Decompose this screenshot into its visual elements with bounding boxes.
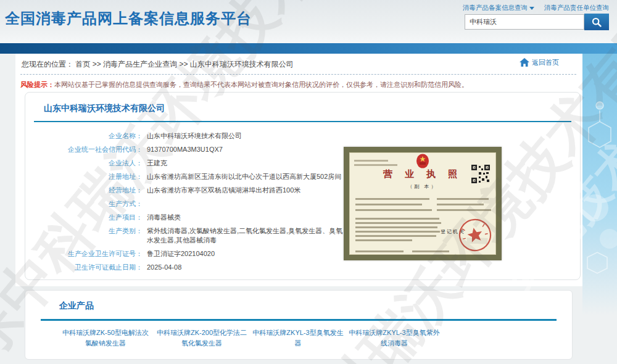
license-footer-lines <box>355 250 449 252</box>
national-emblem-icon <box>416 154 429 168</box>
qr-code-icon <box>471 165 490 183</box>
section-divider <box>41 319 557 321</box>
company-field-row: 生产方式： <box>36 199 381 209</box>
risk-notice-label: 风险提示： <box>20 81 54 88</box>
back-home-label: 返回首页 <box>532 58 559 67</box>
field-value: 王建克 <box>143 159 167 168</box>
breadcrumb-separator: >> <box>179 60 188 68</box>
product-link[interactable]: 中科瑞沃牌ZKYL-3型臭氧发生器 <box>252 328 344 349</box>
field-label: 企业统一社会信用代码： <box>36 145 143 154</box>
products-list: 中科瑞沃牌ZK-50型电解法次氯酸钠发生器中科瑞沃牌ZK-200型化学法二氧化氯… <box>59 328 441 349</box>
company-field-row: 注册地址：山东省潍坊高新区玉清东街以北中心次干道以西高新大厦502房间 <box>36 172 381 181</box>
risk-notice: 风险提示：本网站仅基于已掌握的信息提供查询服务，查询结果不代表本网站对被查询对象… <box>20 80 468 89</box>
breadcrumb-current: 山东中科瑞沃环境技术有限公司 <box>190 60 294 68</box>
red-seal-icon <box>455 215 495 255</box>
decorative-molecule-strip <box>582 54 617 315</box>
search-button[interactable] <box>584 14 609 30</box>
field-label: 注册地址： <box>36 172 143 181</box>
header-divider-bar <box>0 43 617 54</box>
business-license-image: 营 业 执 照 （副 本） <box>344 147 502 260</box>
nav-link-label: 消毒产品责任单位查询 <box>544 4 609 12</box>
chevron-down-icon <box>529 7 534 10</box>
company-field-row: 生产企业卫生许可证号：鲁卫消证字202104020 <box>36 249 381 259</box>
field-label: 生产类别： <box>36 226 143 245</box>
field-value: 山东中科瑞沃环境技术有限公司 <box>143 131 242 141</box>
license-scope-lines <box>355 218 442 244</box>
search-icon <box>591 17 602 28</box>
company-fields: 企业名称：山东中科瑞沃环境技术有限公司企业统一社会信用代码：91370700MA… <box>36 131 381 276</box>
breadcrumb-link-home[interactable]: 首页 <box>75 60 90 68</box>
back-home-button[interactable]: 返回首页 <box>520 58 559 67</box>
company-field-row: 生产类别：紫外线消毒器,次氯酸钠发生器,二氧化氯发生器,臭氧发生器、臭氧水发生器… <box>36 226 381 245</box>
dashed-divider <box>20 74 576 75</box>
product-link[interactable]: 中科瑞沃牌ZKYL-3型臭氧紫外线消毒器 <box>348 328 441 349</box>
company-name-title: 山东中科瑞沃环境技术有限公司 <box>44 103 165 114</box>
product-link[interactable]: 中科瑞沃牌ZK-50型电解法次氯酸钠发生器 <box>59 328 152 349</box>
field-value: 2025-04-08 <box>143 263 181 272</box>
page: 全国消毒产品网上备案信息服务平台 消毒产品备案信息查询 消毒产品责任单位查询 <box>0 0 617 364</box>
field-label: 卫生许可证截止日期： <box>36 263 143 272</box>
field-value: 鲁卫消证字202104020 <box>143 249 215 259</box>
top-nav: 消毒产品备案信息查询 消毒产品责任单位查询 <box>463 4 609 12</box>
search-input[interactable] <box>465 14 584 30</box>
company-field-row: 生产项目：消毒器械类 <box>36 213 381 222</box>
license-header-lines <box>354 160 397 168</box>
breadcrumb-separator: >> <box>93 60 101 68</box>
content-wrapper: 您现在的位置： 首页 >> 消毒产品生产企业查询 >> 山东中科瑞沃环境技术有限… <box>15 54 582 286</box>
search-bar <box>465 14 609 30</box>
company-field-row: 卫生许可证截止日期：2025-04-08 <box>36 263 381 272</box>
section-divider <box>34 121 571 122</box>
product-link[interactable]: 中科瑞沃牌ZK-200型化学法二氧化氯发生器 <box>155 328 248 349</box>
field-label: 生产项目： <box>36 213 143 222</box>
field-value: 91370700MA3M3U1QX7 <box>143 145 223 154</box>
field-label: 经营地址： <box>36 186 143 195</box>
breadcrumb-link-enterprise-query[interactable]: 消毒产品生产企业查询 <box>103 60 177 68</box>
products-card: 企业产品 中科瑞沃牌ZK-50型电解法次氯酸钠发生器中科瑞沃牌ZK-200型化学… <box>25 290 573 360</box>
field-value: 山东省潍坊高新区玉清东街以北中心次干道以西高新大厦502房间 <box>143 172 341 181</box>
risk-notice-text: 本网站仅基于已掌握的信息提供查询服务，查询结果不代表本网站对被查询对象信用状况的… <box>54 81 468 88</box>
license-right-column-lines <box>437 198 492 215</box>
field-value: 消毒器械类 <box>143 213 181 222</box>
company-field-row: 企业法人：王建克 <box>36 159 381 168</box>
license-subtitle: （副 本） <box>349 183 496 190</box>
nav-link-filing-info-query[interactable]: 消毒产品备案信息查询 <box>463 4 534 12</box>
nav-link-label: 消毒产品备案信息查询 <box>463 4 528 12</box>
field-value: 紫外线消毒器,次氯酸钠发生器,二氧化氯发生器,臭氧发生器、臭氧水发生器,其他器械… <box>143 226 346 245</box>
home-icon <box>520 58 529 67</box>
company-field-row: 企业统一社会信用代码：91370700MA3M3U1QX7 <box>36 145 381 154</box>
company-field-row: 经营地址：山东省潍坊市寒亭区双杨店镇湖淋埠出村路西100米 <box>36 186 381 195</box>
field-label: 生产方式： <box>36 199 143 209</box>
products-section-title: 企业产品 <box>59 300 94 312</box>
nav-link-responsible-unit-query[interactable]: 消毒产品责任单位查询 <box>544 4 609 12</box>
molecule-graphic-icon <box>582 54 617 315</box>
field-label: 企业法人： <box>36 159 143 168</box>
breadcrumb-prefix: 您现在的位置： <box>22 60 73 68</box>
license-left-column-lines <box>355 198 434 215</box>
header: 全国消毒产品网上备案信息服务平台 消毒产品备案信息查询 消毒产品责任单位查询 <box>0 0 617 43</box>
company-field-row: 企业名称：山东中科瑞沃环境技术有限公司 <box>36 131 381 141</box>
field-value <box>143 199 147 209</box>
company-info-card: 山东中科瑞沃环境技术有限公司 企业名称：山东中科瑞沃环境技术有限公司企业统一社会… <box>25 92 581 280</box>
breadcrumb: 您现在的位置： 首页 >> 消毒产品生产企业查询 >> 山东中科瑞沃环境技术有限… <box>22 59 294 70</box>
field-label: 生产企业卫生许可证号： <box>36 249 143 259</box>
field-value: 山东省潍坊市寒亭区双杨店镇湖淋埠出村路西100米 <box>143 186 300 195</box>
field-label: 企业名称： <box>36 131 143 141</box>
site-title: 全国消毒产品网上备案信息服务平台 <box>5 9 252 28</box>
